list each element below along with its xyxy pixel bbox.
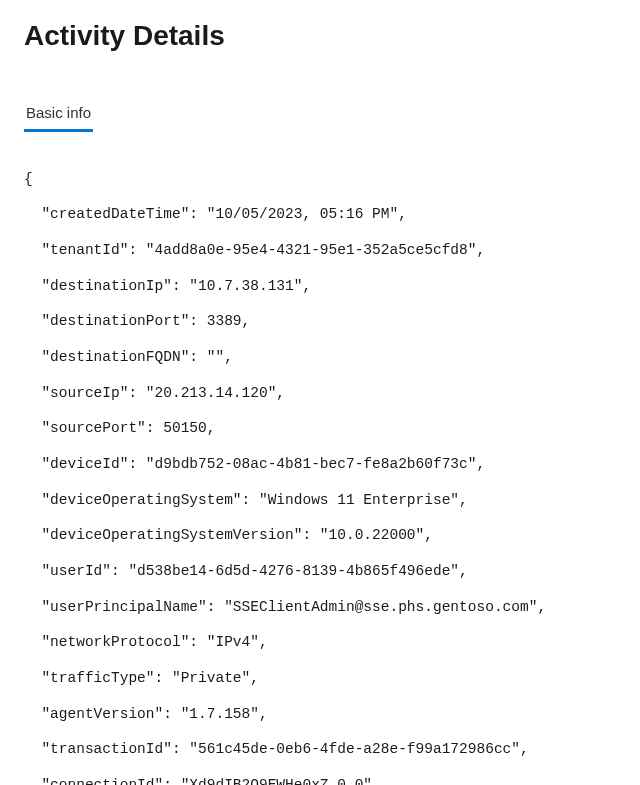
field-sourcePort: "sourcePort": 50150, xyxy=(24,420,616,438)
field-createdDateTime: "createdDateTime": "10/05/2023, 05:16 PM… xyxy=(24,206,616,224)
page-title: Activity Details xyxy=(24,20,616,52)
activity-json: { "createdDateTime": "10/05/2023, 05:16 … xyxy=(24,153,616,785)
json-open: { xyxy=(24,171,616,189)
field-destinationFQDN: "destinationFQDN": "", xyxy=(24,349,616,367)
field-trafficType: "trafficType": "Private", xyxy=(24,670,616,688)
field-sourceIp: "sourceIp": "20.213.14.120", xyxy=(24,385,616,403)
tabs-container: Basic info xyxy=(24,104,616,133)
field-deviceOperatingSystem: "deviceOperatingSystem": "Windows 11 Ent… xyxy=(24,492,616,510)
field-deviceId: "deviceId": "d9bdb752-08ac-4b81-bec7-fe8… xyxy=(24,456,616,474)
field-agentVersion: "agentVersion": "1.7.158", xyxy=(24,706,616,724)
field-userId: "userId": "d538be14-6d5d-4276-8139-4b865… xyxy=(24,563,616,581)
field-deviceOperatingSystemVersion: "deviceOperatingSystemVersion": "10.0.22… xyxy=(24,527,616,545)
field-connectionId: "connectionId": "Xd9dIB2O9EWHe0xZ.0.0", xyxy=(24,777,616,785)
tab-basic-info[interactable]: Basic info xyxy=(24,104,93,132)
field-networkProtocol: "networkProtocol": "IPv4", xyxy=(24,634,616,652)
field-tenantId: "tenantId": "4add8a0e-95e4-4321-95e1-352… xyxy=(24,242,616,260)
field-transactionId: "transactionId": "561c45de-0eb6-4fde-a28… xyxy=(24,741,616,759)
field-destinationIp: "destinationIp": "10.7.38.131", xyxy=(24,278,616,296)
field-destinationPort: "destinationPort": 3389, xyxy=(24,313,616,331)
field-userPrincipalName: "userPrincipalName": "SSEClientAdmin@sse… xyxy=(24,599,616,617)
